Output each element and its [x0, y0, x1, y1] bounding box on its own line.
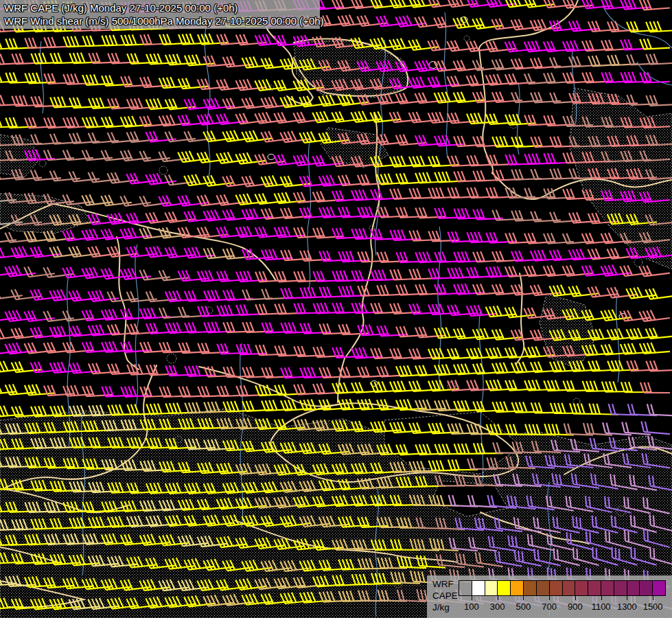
legend-color-bar — [459, 580, 666, 596]
legend-label-wrf: WRF — [432, 578, 458, 590]
legend-label-cape: CAPE — [432, 590, 458, 602]
legend-tick — [627, 596, 627, 600]
legend-swatch — [575, 581, 588, 595]
legend-swatch — [627, 581, 640, 595]
legend-swatch — [524, 581, 537, 595]
legend-tick-label: 700 — [542, 602, 557, 612]
legend-swatch — [588, 581, 601, 595]
legend-tick-label: 300 — [490, 602, 505, 612]
legend-tick — [601, 596, 602, 600]
legend-tick-label: 1100 — [592, 602, 611, 612]
legend-swatch — [601, 581, 614, 595]
legend-tick — [549, 596, 550, 600]
legend-swatch — [614, 581, 627, 595]
legend-label-column: WRF CAPE J/kg — [432, 578, 458, 613]
legend-tick-label: 1300 — [617, 602, 637, 612]
cape-legend: WRF CAPE J/kg 10030050070090011001300150… — [427, 575, 672, 618]
legend-swatch — [498, 581, 511, 595]
legend-swatch — [640, 581, 653, 595]
legend-swatch — [550, 581, 563, 595]
legend-tick-label: 500 — [516, 602, 531, 612]
legend-tick-label: 1500 — [643, 602, 663, 612]
legend-tick — [575, 596, 576, 600]
title-line-cape: WRF CAPE (J/kg) Monday 27-10-2025 00:00 … — [4, 1, 320, 14]
legend-tick-label: 100 — [464, 602, 479, 612]
legend-swatch — [653, 581, 665, 595]
map-image — [0, 0, 672, 618]
legend-tick — [498, 596, 498, 600]
legend-swatch — [459, 581, 472, 595]
legend-label-unit: J/kg — [432, 602, 458, 613]
legend-swatch — [537, 581, 550, 595]
legend-tick — [523, 596, 524, 600]
title-line-shear: WRF Wind shear (m/s) 500/1000hPa Monday … — [4, 14, 320, 27]
title-box: WRF CAPE (J/kg) Monday 27-10-2025 00:00 … — [0, 0, 320, 29]
legend-tick-label: 900 — [568, 602, 583, 612]
legend-swatch — [511, 581, 524, 595]
weather-map-stage: WRF CAPE (J/kg) Monday 27-10-2025 00:00 … — [0, 0, 672, 618]
legend-tick — [653, 596, 653, 600]
legend-tick — [472, 596, 472, 600]
legend-swatch — [563, 581, 576, 595]
legend-swatch — [472, 581, 485, 595]
legend-swatch — [485, 581, 498, 595]
